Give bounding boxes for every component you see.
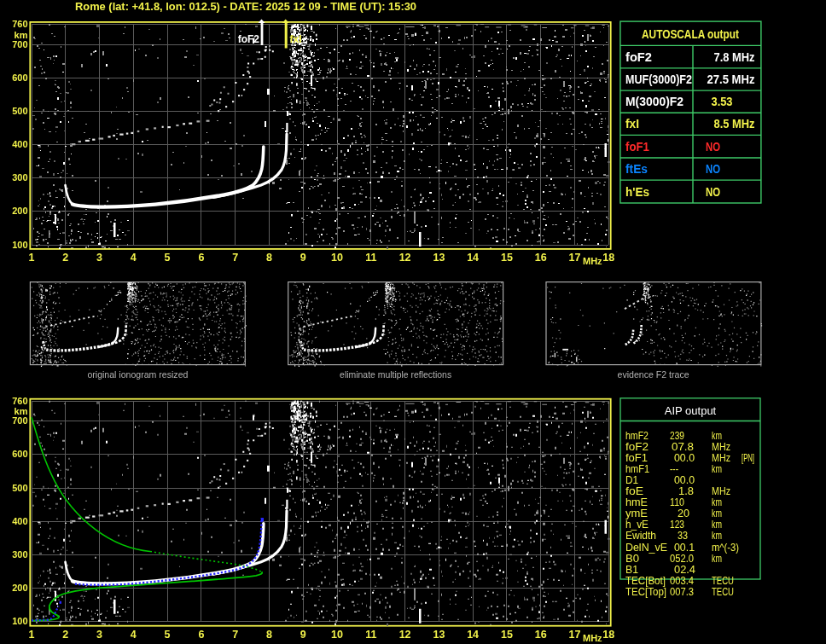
svg-text:TEC[Top]: TEC[Top] [625, 586, 666, 598]
svg-text:TECU: TECU [712, 575, 734, 587]
svg-text:MHz: MHz [712, 485, 730, 497]
svg-text:M(3000)F2: M(3000)F2 [625, 95, 683, 108]
svg-text:00.0: 00.0 [674, 452, 695, 464]
svg-text:007.3: 007.3 [670, 586, 694, 598]
svg-text:m^(-3): m^(-3) [712, 542, 739, 554]
svg-text:km: km [712, 553, 722, 565]
svg-text:evidence F2 trace: evidence F2 trace [618, 369, 689, 380]
svg-text:TECU: TECU [712, 586, 734, 598]
svg-text:Rome (lat: +41.8, lon: 012.5): Rome (lat: +41.8, lon: 012.5) - DATE: 20… [75, 0, 416, 13]
svg-text:foF1: foF1 [625, 452, 648, 464]
svg-text:foF2: foF2 [238, 33, 260, 45]
svg-text:07.8: 07.8 [672, 441, 694, 453]
svg-text:003.4: 003.4 [670, 575, 694, 587]
svg-text:1.8: 1.8 [678, 485, 694, 497]
svg-text:km: km [712, 496, 722, 508]
svg-text:h_vE: h_vE [625, 519, 649, 531]
svg-text:km: km [712, 519, 722, 531]
svg-text:foE: foE [625, 485, 643, 497]
svg-text:foF1: foF1 [625, 140, 649, 154]
svg-text:DelN_vE: DelN_vE [625, 542, 667, 554]
svg-text:ftEs: ftEs [625, 162, 648, 176]
svg-text:AIP output: AIP output [665, 404, 717, 417]
svg-text:NO: NO [706, 185, 720, 199]
svg-text:8.5 MHz: 8.5 MHz [714, 117, 755, 131]
svg-text:fxI: fxI [625, 117, 639, 131]
svg-text:NO: NO [706, 140, 720, 154]
svg-text:fxI: fxI [290, 33, 302, 45]
svg-text:[PN]: [PN] [742, 452, 754, 464]
svg-text:h'Es: h'Es [625, 185, 649, 199]
svg-text:3.53: 3.53 [712, 95, 733, 108]
svg-text:MUF(3000)F2: MUF(3000)F2 [625, 73, 692, 86]
svg-text:TEC[Bot]: TEC[Bot] [625, 575, 666, 587]
svg-text:33: 33 [678, 530, 688, 542]
svg-text:hmE: hmE [625, 496, 648, 508]
svg-text:7.8 MHz: 7.8 MHz [714, 50, 755, 64]
svg-text:foF2: foF2 [625, 441, 649, 453]
svg-text:hmF2: hmF2 [625, 430, 649, 442]
svg-text:NO: NO [706, 162, 720, 176]
svg-text:hmF1: hmF1 [625, 463, 649, 475]
svg-text:20: 20 [678, 508, 689, 519]
svg-text:MHz: MHz [712, 452, 730, 464]
svg-text:ymE: ymE [625, 508, 648, 519]
svg-text:02.4: 02.4 [674, 564, 695, 576]
svg-text:27.5 MHz: 27.5 MHz [707, 73, 755, 86]
svg-text:foF2: foF2 [625, 50, 652, 64]
svg-text:B0: B0 [625, 553, 639, 565]
svg-text:AUTOSCALA output: AUTOSCALA output [642, 27, 739, 41]
svg-text:---: --- [670, 463, 678, 475]
svg-text:MHz: MHz [712, 441, 730, 453]
svg-text:00.1: 00.1 [674, 542, 695, 554]
svg-text:original ionogram resized: original ionogram resized [87, 369, 188, 380]
svg-text:123: 123 [670, 519, 684, 531]
svg-text:km: km [712, 463, 722, 475]
svg-text:km: km [712, 530, 722, 542]
svg-text:B1: B1 [625, 564, 638, 576]
svg-text:00.0: 00.0 [674, 474, 695, 486]
svg-text:052.0: 052.0 [670, 553, 694, 565]
svg-text:110: 110 [670, 496, 684, 508]
svg-text:km: km [712, 508, 722, 519]
svg-text:D1: D1 [625, 474, 638, 486]
svg-text:eliminate multiple reflections: eliminate multiple reflections [340, 369, 451, 380]
svg-text:Ewidth: Ewidth [625, 530, 656, 542]
svg-text:239: 239 [670, 430, 684, 442]
svg-text:km: km [712, 430, 722, 442]
